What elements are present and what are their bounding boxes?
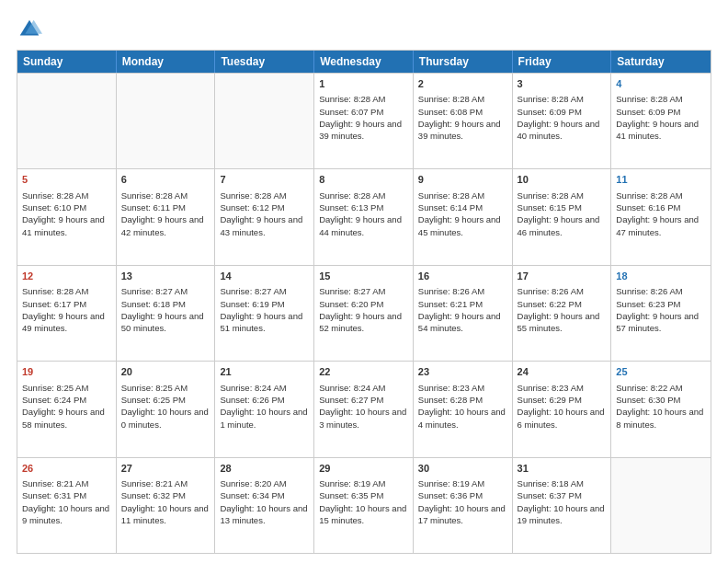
day-number: 29 — [319, 462, 408, 476]
cal-cell: 9Sunrise: 8:28 AMSunset: 6:14 PMDaylight… — [414, 169, 513, 264]
day-number: 18 — [616, 270, 706, 283]
daylight-text: Daylight: 9 hours and 41 minutes. — [22, 214, 105, 236]
sunset-text: Sunset: 6:17 PM — [22, 299, 86, 309]
page: SundayMondayTuesdayWednesdayThursdayFrid… — [0, 0, 728, 563]
daylight-text: Daylight: 10 hours and 11 minutes. — [121, 503, 209, 525]
day-number: 21 — [220, 365, 309, 379]
sunset-text: Sunset: 6:28 PM — [418, 395, 483, 405]
logo — [17, 17, 46, 42]
daylight-text: Daylight: 10 hours and 3 minutes. — [319, 407, 406, 429]
cal-cell: 18Sunrise: 8:26 AMSunset: 6:23 PMDayligh… — [611, 266, 711, 361]
cal-cell: 4Sunrise: 8:28 AMSunset: 6:09 PMDaylight… — [611, 74, 711, 168]
cal-cell: 29Sunrise: 8:19 AMSunset: 6:35 PMDayligh… — [314, 458, 414, 553]
sunrise-text: Sunrise: 8:21 AM — [121, 478, 188, 488]
cal-cell: 1Sunrise: 8:28 AMSunset: 6:07 PMDaylight… — [314, 74, 414, 168]
cal-cell: 28Sunrise: 8:20 AMSunset: 6:34 PMDayligh… — [215, 458, 314, 553]
cal-cell: 24Sunrise: 8:23 AMSunset: 6:29 PMDayligh… — [513, 362, 612, 456]
cal-cell: 27Sunrise: 8:21 AMSunset: 6:32 PMDayligh… — [117, 458, 216, 553]
day-number: 24 — [518, 365, 607, 379]
day-number: 25 — [616, 365, 706, 379]
daylight-text: Daylight: 10 hours and 13 minutes. — [220, 503, 307, 525]
sunrise-text: Sunrise: 8:26 AM — [418, 286, 484, 296]
daylight-text: Daylight: 10 hours and 19 minutes. — [518, 503, 605, 525]
day-number: 23 — [418, 365, 507, 379]
day-number: 31 — [518, 462, 607, 476]
day-number: 7 — [220, 173, 309, 187]
day-number: 6 — [121, 173, 210, 187]
sunrise-text: Sunrise: 8:24 AM — [319, 383, 385, 393]
day-number: 11 — [616, 173, 706, 187]
sunrise-text: Sunrise: 8:28 AM — [616, 94, 682, 104]
sunset-text: Sunset: 6:25 PM — [121, 395, 186, 405]
daylight-text: Daylight: 10 hours and 8 minutes. — [616, 407, 703, 429]
sunset-text: Sunset: 6:34 PM — [220, 490, 284, 500]
sunset-text: Sunset: 6:07 PM — [319, 107, 383, 117]
day-number: 14 — [220, 270, 309, 283]
header — [17, 17, 711, 42]
cal-cell: 13Sunrise: 8:27 AMSunset: 6:18 PMDayligh… — [117, 266, 216, 361]
daylight-text: Daylight: 9 hours and 43 minutes. — [220, 214, 302, 236]
sunset-text: Sunset: 6:23 PM — [616, 299, 680, 309]
calendar-body: 1Sunrise: 8:28 AMSunset: 6:07 PMDaylight… — [17, 73, 711, 553]
day-number: 15 — [319, 270, 408, 283]
cal-cell — [611, 458, 711, 553]
sunrise-text: Sunrise: 8:28 AM — [418, 94, 484, 104]
sunset-text: Sunset: 6:20 PM — [319, 299, 383, 309]
day-number: 30 — [418, 462, 507, 476]
sunset-text: Sunset: 6:32 PM — [121, 490, 186, 500]
daylight-text: Daylight: 9 hours and 44 minutes. — [319, 214, 402, 236]
sunrise-text: Sunrise: 8:25 AM — [22, 383, 88, 393]
sunrise-text: Sunrise: 8:28 AM — [22, 190, 88, 201]
calendar: SundayMondayTuesdayWednesdayThursdayFrid… — [17, 50, 711, 554]
daylight-text: Daylight: 9 hours and 45 minutes. — [418, 214, 501, 236]
daylight-text: Daylight: 9 hours and 51 minutes. — [220, 311, 302, 333]
daylight-text: Daylight: 9 hours and 58 minutes. — [22, 407, 105, 429]
sunset-text: Sunset: 6:35 PM — [319, 490, 383, 500]
sunrise-text: Sunrise: 8:27 AM — [220, 286, 286, 296]
day-number: 4 — [616, 77, 706, 91]
cal-cell: 26Sunrise: 8:21 AMSunset: 6:31 PMDayligh… — [17, 458, 117, 553]
sunrise-text: Sunrise: 8:18 AM — [518, 478, 584, 488]
sunrise-text: Sunrise: 8:28 AM — [22, 286, 88, 296]
col-header-monday: Monday — [117, 51, 216, 73]
calendar-header: SundayMondayTuesdayWednesdayThursdayFrid… — [17, 51, 711, 73]
daylight-text: Daylight: 9 hours and 50 minutes. — [121, 311, 204, 333]
daylight-text: Daylight: 9 hours and 49 minutes. — [22, 311, 105, 333]
cal-cell: 19Sunrise: 8:25 AMSunset: 6:24 PMDayligh… — [17, 362, 117, 456]
daylight-text: Daylight: 9 hours and 42 minutes. — [121, 214, 204, 236]
sunrise-text: Sunrise: 8:28 AM — [319, 94, 385, 104]
daylight-text: Daylight: 10 hours and 4 minutes. — [418, 407, 506, 429]
sunrise-text: Sunrise: 8:19 AM — [319, 478, 385, 488]
col-header-friday: Friday — [513, 51, 612, 73]
daylight-text: Daylight: 9 hours and 55 minutes. — [518, 311, 600, 333]
sunset-text: Sunset: 6:27 PM — [319, 395, 383, 405]
col-header-wednesday: Wednesday — [314, 51, 414, 73]
daylight-text: Daylight: 9 hours and 39 minutes. — [319, 119, 402, 141]
sunrise-text: Sunrise: 8:26 AM — [616, 286, 682, 296]
sunrise-text: Sunrise: 8:28 AM — [418, 190, 484, 201]
daylight-text: Daylight: 9 hours and 46 minutes. — [518, 214, 600, 236]
week-row-1: 1Sunrise: 8:28 AMSunset: 6:07 PMDaylight… — [17, 73, 711, 168]
cal-cell: 10Sunrise: 8:28 AMSunset: 6:15 PMDayligh… — [513, 169, 612, 264]
sunrise-text: Sunrise: 8:28 AM — [220, 190, 286, 201]
day-number: 17 — [518, 270, 607, 283]
sunset-text: Sunset: 6:24 PM — [22, 395, 86, 405]
cal-cell: 23Sunrise: 8:23 AMSunset: 6:28 PMDayligh… — [414, 362, 513, 456]
sunrise-text: Sunrise: 8:19 AM — [418, 478, 484, 488]
sunset-text: Sunset: 6:37 PM — [518, 490, 582, 500]
day-number: 19 — [22, 365, 111, 379]
cal-cell: 31Sunrise: 8:18 AMSunset: 6:37 PMDayligh… — [513, 458, 612, 553]
col-header-thursday: Thursday — [414, 51, 513, 73]
day-number: 3 — [518, 77, 607, 91]
logo-icon — [17, 17, 42, 42]
day-number: 20 — [121, 365, 210, 379]
daylight-text: Daylight: 9 hours and 54 minutes. — [418, 311, 501, 333]
sunrise-text: Sunrise: 8:20 AM — [220, 478, 286, 488]
daylight-text: Daylight: 10 hours and 17 minutes. — [418, 503, 506, 525]
day-number: 16 — [418, 270, 507, 283]
daylight-text: Daylight: 10 hours and 1 minute. — [220, 407, 307, 429]
sunrise-text: Sunrise: 8:22 AM — [616, 383, 682, 393]
sunrise-text: Sunrise: 8:28 AM — [616, 190, 682, 201]
cal-cell: 25Sunrise: 8:22 AMSunset: 6:30 PMDayligh… — [611, 362, 711, 456]
sunset-text: Sunset: 6:09 PM — [518, 107, 582, 117]
